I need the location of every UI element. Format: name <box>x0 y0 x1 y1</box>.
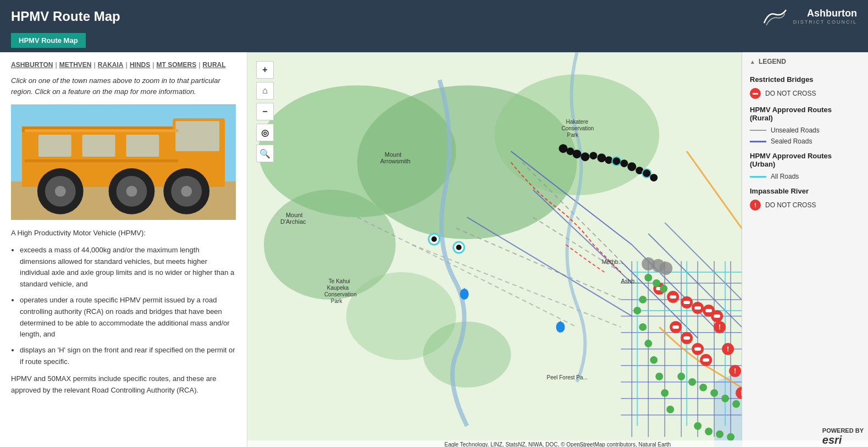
legend-item-do-not-cross-2: ! DO NOT CROSS <box>750 200 860 211</box>
hpmv-route-map-tab[interactable]: HPMV Route Map <box>11 33 86 48</box>
svg-text:Mount: Mount <box>385 151 402 158</box>
svg-point-134 <box>716 431 723 438</box>
svg-point-121 <box>661 389 668 397</box>
page-title: HPMV Route Map <box>11 9 120 24</box>
map-controls: + ⌂ − ◎ 🔍 <box>256 61 274 162</box>
svg-point-135 <box>727 433 734 441</box>
hpmv-heading: A High Productivity Motor Vehicle (HPMV)… <box>11 228 236 239</box>
warning-icon: ! <box>750 200 761 211</box>
svg-text:Park: Park <box>331 298 342 304</box>
svg-rect-5 <box>175 121 219 151</box>
town-link-mt-somers[interactable]: MT SOMERS <box>157 61 197 69</box>
svg-rect-87 <box>670 295 676 299</box>
legend-panel: ▲ LEGEND Restricted Bridges DO NOT CROSS… <box>742 52 868 447</box>
header: HPMV Route Map Ashburton DISTRICT COUNCI… <box>0 0 868 33</box>
svg-rect-95 <box>714 314 720 318</box>
legend-item-sealed: Sealed Roads <box>750 137 860 145</box>
truck-illustration <box>11 104 236 220</box>
town-link-hinds[interactable]: HINDS <box>130 61 150 69</box>
legend-header: ▲ LEGEND <box>750 58 860 69</box>
legend-label-do-not-cross-2: DO NOT CROSS <box>765 201 816 209</box>
legend-section-urban: HPMV Approved Routes(Urban) <box>750 152 860 168</box>
location-button[interactable]: ◎ <box>256 124 274 141</box>
zoom-out-button[interactable]: − <box>256 103 274 120</box>
svg-rect-91 <box>694 306 701 310</box>
svg-point-74 <box>650 174 657 181</box>
ashburton-logo-icon <box>761 5 789 27</box>
svg-rect-19 <box>25 159 178 162</box>
svg-text:Conservation: Conservation <box>324 291 357 297</box>
svg-text:Mount: Mount <box>286 212 303 218</box>
search-map-button[interactable]: 🔍 <box>256 145 274 162</box>
legend-item-do-not-cross-1: DO NOT CROSS <box>750 88 860 99</box>
svg-rect-8 <box>126 135 159 157</box>
bullet-item-3: displays an 'H' sign on the front and re… <box>20 345 236 368</box>
svg-point-83 <box>659 262 672 275</box>
esri-logo: POWERED BYesri <box>822 427 864 446</box>
sidebar-description: Click on one of the town names above to … <box>11 75 236 97</box>
logo-sub-text: DISTRICT COUNCIL <box>793 19 857 25</box>
svg-point-68 <box>605 156 612 164</box>
svg-point-11 <box>55 186 66 197</box>
svg-text:Ashb...: Ashb... <box>621 278 639 284</box>
svg-text:Methb...: Methb... <box>601 258 623 265</box>
svg-point-117 <box>639 323 646 331</box>
svg-point-112 <box>644 274 652 282</box>
svg-text:Kaupeka: Kaupeka <box>327 285 349 291</box>
svg-point-132 <box>694 422 701 430</box>
svg-text:Park: Park <box>567 132 578 138</box>
legend-item-all-roads: All Roads <box>750 173 860 180</box>
zoom-in-button[interactable]: + <box>256 61 274 79</box>
svg-point-126 <box>710 389 718 397</box>
town-link-rural[interactable]: RURAL <box>203 61 226 69</box>
svg-point-123 <box>677 373 685 380</box>
svg-point-127 <box>721 395 729 402</box>
svg-point-66 <box>589 152 597 159</box>
svg-point-70 <box>620 159 628 167</box>
svg-point-71 <box>627 162 636 171</box>
svg-point-80 <box>456 245 462 250</box>
svg-point-75 <box>566 147 574 155</box>
svg-rect-103 <box>703 358 709 362</box>
svg-point-124 <box>688 378 696 386</box>
svg-rect-6 <box>38 135 71 157</box>
legend-section-impassable: Impassable River <box>750 187 860 195</box>
ashburton-logo: Ashburton DISTRICT COUNCIL <box>761 5 857 27</box>
svg-point-73 <box>642 169 651 178</box>
legend-label-unsealed: Unsealed Roads <box>771 126 820 134</box>
town-links: ASHBURTON | METHVEN | RAKAIA | HINDS | M… <box>11 61 236 69</box>
sidebar-footer: HPMV and 50MAX permits include specific … <box>11 373 236 396</box>
svg-text:Conservation: Conservation <box>561 125 594 131</box>
town-link-methven[interactable]: METHVEN <box>59 61 92 69</box>
svg-point-114 <box>660 285 667 293</box>
svg-point-120 <box>655 373 663 380</box>
home-button[interactable]: ⌂ <box>256 82 274 100</box>
bullet-item-2: operates under a route specific HPMV per… <box>20 295 236 340</box>
svg-text:!: ! <box>734 367 736 375</box>
svg-point-78 <box>432 236 437 242</box>
truck-image <box>11 104 236 220</box>
map-area[interactable]: ! ! ! ! <box>247 52 868 447</box>
svg-point-67 <box>597 153 606 162</box>
town-link-rakaia[interactable]: RAKAIA <box>98 61 124 69</box>
svg-rect-99 <box>683 336 690 340</box>
legend-section-rural: HPMV Approved Routes(Rural) <box>750 106 860 122</box>
svg-rect-93 <box>705 309 712 312</box>
legend-label-all-roads: All Roads <box>771 173 799 180</box>
svg-text:!: ! <box>718 323 721 331</box>
town-link-ashburton[interactable]: ASHBURTON <box>11 61 53 69</box>
svg-text:Peel Forest Pa...: Peel Forest Pa... <box>547 374 588 380</box>
svg-point-17 <box>181 186 192 197</box>
map-attribution: Eagle Technology, LINZ, StatsNZ, NIWA, D… <box>247 440 868 447</box>
legend-item-unsealed: Unsealed Roads <box>750 126 860 134</box>
svg-point-115 <box>639 296 646 303</box>
svg-point-125 <box>699 384 707 391</box>
all-roads-line-icon <box>750 176 766 178</box>
legend-label-do-not-cross-1: DO NOT CROSS <box>765 90 816 97</box>
svg-text:!: ! <box>727 345 729 353</box>
svg-point-69 <box>612 157 621 165</box>
sidebar: ASHBURTON | METHVEN | RAKAIA | HINDS | M… <box>0 52 247 447</box>
logo-text: Ashburton DISTRICT COUNCIL <box>793 8 857 25</box>
svg-point-65 <box>580 152 589 161</box>
legend-section-restricted-bridges: Restricted Bridges <box>750 75 860 84</box>
